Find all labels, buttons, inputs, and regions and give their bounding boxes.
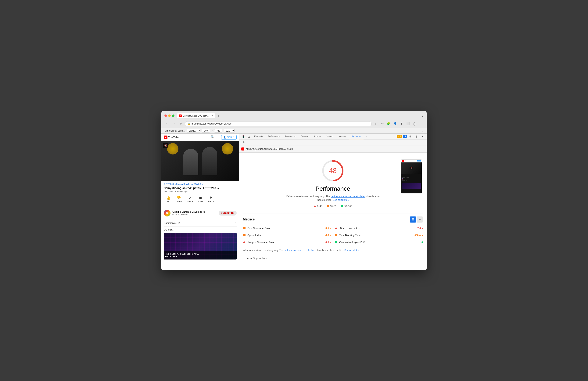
user-icon[interactable]: 👤 [393, 121, 398, 126]
close-traffic-light[interactable] [165, 114, 167, 117]
fullscreen-traffic-light[interactable] [172, 114, 174, 117]
lighthouse-more-icon[interactable]: ⋮ [421, 147, 424, 151]
person-silhouette-1 [183, 149, 198, 175]
dislike-icon: 👎 [177, 196, 181, 200]
main-content: ▶ YouTube 🔍 ⋮ 👤 SIGN IN [161, 134, 427, 270]
search-icon[interactable]: 🔍 [211, 135, 214, 139]
channel-name[interactable]: Google Chrome Developers [172, 210, 217, 213]
back-button[interactable]: ← [165, 121, 170, 126]
tab-elements[interactable]: Elements [252, 134, 265, 139]
mute-icon[interactable]: 🔇 [163, 143, 168, 148]
comments-label: Comments · 61 [164, 222, 180, 224]
expand-icon[interactable]: ⌄ [217, 186, 219, 190]
legend-good-icon [341, 205, 343, 207]
metric-cls-value: 0 [421, 241, 423, 244]
metric-speed-index: Speed Index 4.8 s [243, 233, 331, 238]
list-view-button[interactable]: ☰ [410, 217, 416, 223]
legend-bad-label: 0–49 [317, 205, 322, 208]
flag-icon: ⚑ [210, 196, 213, 200]
performance-score-link[interactable]: performance score is calculated [331, 195, 365, 198]
like-button[interactable]: 👍 870 [164, 195, 173, 204]
metrics-footer: Values are estimated and may vary. The p… [243, 248, 423, 252]
menu-dots-icon[interactable]: ⋮ [418, 121, 423, 126]
lighthouse-url-bar: https://m.youtube.com/watch?v=9qen5CKjUe… [239, 146, 427, 153]
ring-decoration-left [167, 143, 178, 155]
dislike-button[interactable]: 👎 Dislike [173, 195, 185, 204]
devtools-more-icon[interactable]: ⋮ [414, 134, 419, 139]
devtools-second-bar: + [239, 139, 427, 146]
download-icon[interactable]: ⬇ [399, 121, 404, 126]
video-meta: 17K views · 3 months ago [164, 190, 237, 193]
save-button[interactable]: ⊞ Save [195, 195, 206, 204]
share-button[interactable]: ↗ Share [185, 195, 195, 204]
metric-si-indicator [243, 234, 246, 236]
video-thumbnail: 🔇 [161, 141, 239, 181]
view-original-trace-button[interactable]: View Original Trace [243, 255, 272, 261]
tab-sources[interactable]: Sources [311, 134, 323, 139]
close-devtools-icon[interactable]: ✕ [420, 134, 425, 139]
more-icon[interactable]: ⋮ [216, 135, 219, 139]
video-actions: 👍 870 👎 Dislike ↗ Share ⊞ Save [164, 195, 237, 206]
tag-webdev[interactable]: #WebDev [194, 183, 203, 185]
legend-medium-icon [327, 205, 329, 207]
subscribe-button[interactable]: SUBSCRIBE [219, 211, 237, 216]
width-input[interactable] [202, 129, 210, 133]
score-section: 48 Performance Values are estimated and … [243, 156, 423, 213]
metric-tti-name: Time to Interactive [340, 227, 415, 229]
youtube-logo-icon: ▶ [164, 135, 168, 139]
tab-recorder[interactable]: Recorder ▲ [282, 134, 298, 139]
metrics-header: Metrics ☰ ≡ [243, 217, 423, 223]
next-video-thumbnail[interactable]: The History Navigation API. HTTP 203 [164, 233, 237, 260]
zoom-select[interactable]: 95% [224, 129, 234, 133]
height-input[interactable] [214, 129, 222, 133]
metric-si-name: Speed Index [247, 234, 324, 237]
inspector-icon[interactable]: ◻ [246, 134, 252, 139]
tag-http203[interactable]: #HTTP203 [164, 183, 174, 185]
footer-desc: Values are estimated and may vary. The [243, 249, 283, 251]
tab-performance[interactable]: Performance [266, 134, 282, 139]
minimize-traffic-light[interactable] [168, 114, 171, 117]
tree-view-button[interactable]: ≡ [417, 217, 423, 223]
share-icon[interactable]: ⬆ [373, 121, 378, 126]
metric-first-contentful-paint: First Contentful Paint 3.5 s [243, 225, 331, 231]
new-tab-button[interactable]: + [216, 113, 221, 118]
mini-youtube-header: YouTube SIGN IN [401, 160, 422, 162]
reload-button[interactable]: ↻ [178, 121, 183, 126]
calculator-link[interactable]: See calculator. [333, 199, 349, 201]
comments-expand-icon[interactable]: ⌃ [234, 222, 237, 224]
device-select[interactable]: Sams... [187, 129, 200, 133]
tag-chromedeveloper[interactable]: #ChromeDeveloper [175, 183, 193, 185]
profile-icon[interactable]: ◯ [412, 121, 417, 126]
tab-console[interactable]: Console [298, 134, 311, 139]
report-button[interactable]: ⚑ Report [206, 195, 217, 204]
tab-memory[interactable]: Memory [336, 134, 348, 139]
browser-actions: ⬆ ☆ 🧩 👤 ⬇ ⬜ ◯ ⋮ [373, 121, 423, 126]
footer-calc-link[interactable]: See calculator. [344, 249, 359, 251]
tab-close-button[interactable]: ✕ [211, 114, 213, 117]
settings-icon[interactable]: ⚙ [408, 134, 413, 139]
metric-tbt-value: 500 ms [415, 234, 423, 237]
share-label: Share [187, 200, 193, 203]
tab-lighthouse[interactable]: Lighthouse [349, 134, 363, 139]
mini-youtube-logo [402, 160, 404, 162]
ring-decoration-right [222, 143, 233, 155]
add-panel-button[interactable]: + [241, 140, 246, 145]
tab-overflow-button[interactable]: ⌄ [421, 114, 423, 117]
tab-network[interactable]: Network [324, 134, 336, 139]
device-toggle-icon[interactable]: 📱 [241, 134, 246, 139]
footer-perf-link[interactable]: performance score is calculated [284, 249, 316, 251]
active-browser-tab[interactable]: ▶ Demystifyingish SVG paths | H... ✕ [177, 113, 215, 118]
meta-more-icon[interactable]: ⋮ [421, 130, 423, 132]
sign-in-button[interactable]: 👤 SIGN IN [221, 135, 237, 139]
split-view-icon[interactable]: ⬜ [405, 121, 411, 126]
url-bar[interactable]: 🔒 m.youtube.com/watch?v=9qen5CKjUe8 [185, 121, 372, 126]
score-number: 48 [329, 167, 337, 175]
video-title: Demystifyingish SVG paths | HTTP 203 ⌄ [164, 186, 237, 190]
star-icon[interactable]: ☆ [380, 121, 385, 126]
extension-icon[interactable]: 🧩 [386, 121, 391, 126]
more-tabs-icon[interactable]: » [364, 134, 369, 139]
metric-fcp-value: 3.5 s [325, 227, 331, 229]
forward-button[interactable]: → [171, 121, 177, 126]
url-text: m.youtube.com/watch?v=9qen5CKjUe8 [191, 122, 231, 125]
dimensions-label: Dimensions: Sams... [165, 130, 185, 132]
